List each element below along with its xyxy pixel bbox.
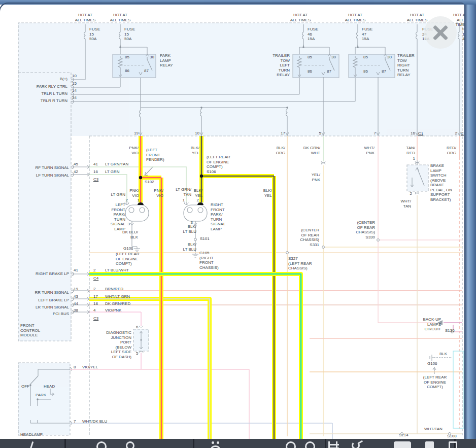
pale-wires [70,136,464,439]
diagram-viewer: HOT AT ALL TIMESHOT AT ALL TIMESHOT AT A… [0,0,476,448]
grid-icon[interactable] [328,441,337,448]
menu-dots-icon[interactable] [211,441,224,448]
stop-icon[interactable] [425,441,434,448]
share-icon[interactable] [352,441,360,448]
module-tints [18,23,462,435]
bottom-toolbar [0,439,476,448]
highlighted-wires [89,136,301,439]
search-icon[interactable] [96,441,107,448]
window-icon[interactable] [449,441,457,448]
user-icon[interactable] [126,441,134,448]
zoom-out-icon[interactable] [286,441,296,448]
toolbar-divider [64,439,66,448]
close-button[interactable] [424,16,457,49]
window-top-edge [0,0,476,5]
pages-icon[interactable] [394,441,411,448]
pointer-icon[interactable] [29,441,34,448]
toolbar-divider [193,439,194,448]
scrollbar-track[interactable] [464,5,476,448]
zoom-in-icon[interactable] [305,441,315,448]
lamp-symbols [125,205,207,221]
wiring-svg [0,0,476,439]
toolbar-divider [325,439,326,448]
